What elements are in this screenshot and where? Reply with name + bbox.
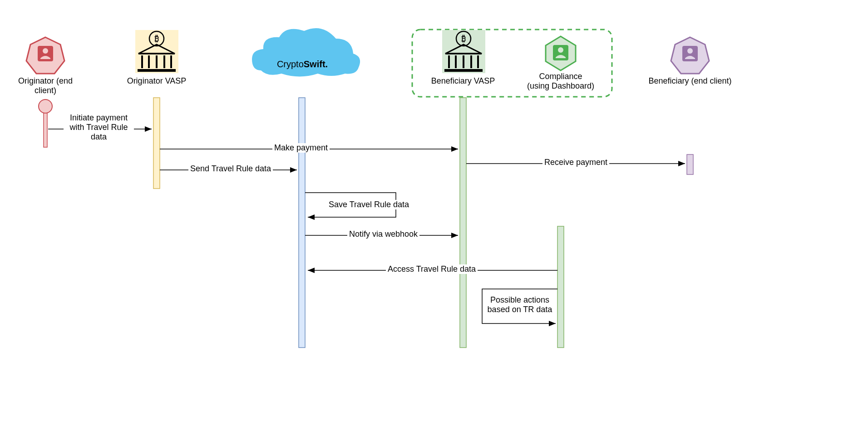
compliance-line1: Compliance: [539, 72, 582, 81]
msg-initiate-l1: Initiate payment: [70, 113, 128, 122]
sequence-diagram: ₿ ₿: [0, 0, 868, 428]
originator-vasp-lifeline: [153, 98, 160, 189]
msg-make-payment: Make payment: [272, 143, 330, 153]
compliance-lifeline: [557, 226, 564, 348]
originator-vasp-icon: ₿: [135, 30, 178, 73]
cloud-text-bold: Swift.: [304, 59, 328, 69]
msg-initiate-l2: with Travel Rule: [69, 123, 128, 132]
svg-rect-30: [44, 113, 47, 147]
msg-save-tr: Save Travel Rule data: [327, 200, 411, 209]
svg-text:₿: ₿: [461, 34, 466, 43]
svg-point-29: [39, 100, 52, 113]
originator-vasp-label: Originator VASP: [125, 76, 188, 86]
originator-client-lifeline: [39, 100, 52, 147]
originator-client-label: Originator (end client): [5, 76, 86, 95]
beneficiary-vasp-label: Beneficiary VASP: [427, 76, 499, 86]
cloud-text-normal: Crypto: [277, 59, 304, 69]
beneficiary-client-label: Beneficiary (end client): [645, 76, 735, 86]
msg-notify-webhook: Notify via webhook: [347, 229, 419, 239]
svg-point-2: [43, 48, 48, 54]
compliance-icon: [546, 36, 576, 70]
originator-client-icon: [26, 37, 64, 74]
compliance-label: Compliance (using Dashboard): [522, 72, 599, 91]
beneficiary-client-icon: [671, 37, 709, 74]
cryptoswift-label: CryptoSwift.: [271, 59, 334, 70]
msg-receive-payment: Receive payment: [542, 158, 609, 167]
msg-initiate-l3: data: [91, 132, 107, 141]
beneficiary-vasp-icon: ₿: [442, 30, 485, 73]
msg-initiate: Initiate payment with Travel Rule data: [64, 113, 134, 142]
msg-possible-l1: Possible actions: [490, 295, 549, 304]
msg-send-tr: Send Travel Rule data: [188, 164, 273, 174]
svg-point-25: [558, 47, 563, 53]
compliance-line2: (using Dashboard): [527, 81, 594, 90]
beneficiary-vasp-lifeline: [460, 98, 466, 348]
msg-possible-actions: Possible actions based on TR data: [483, 295, 556, 314]
svg-rect-22: [444, 69, 483, 72]
msg-access-tr: Access Travel Rule data: [386, 264, 478, 274]
msg-possible-l2: based on TR data: [488, 305, 552, 314]
svg-text:₿: ₿: [154, 34, 159, 43]
svg-point-28: [687, 48, 693, 54]
cryptoswift-lifeline: [299, 98, 305, 348]
beneficiary-client-lifeline: [687, 154, 693, 174]
svg-rect-12: [138, 69, 176, 72]
